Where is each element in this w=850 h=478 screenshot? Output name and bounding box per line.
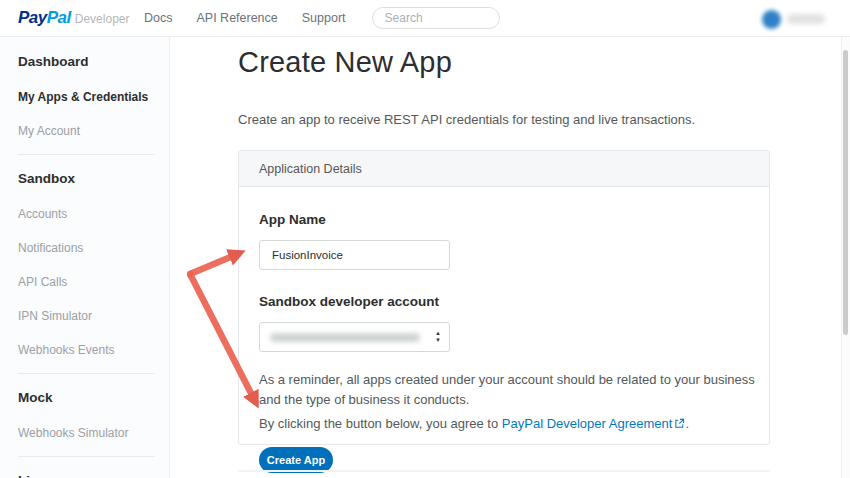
scrollbar-thumb[interactable]	[843, 50, 848, 335]
account-name-redacted	[787, 14, 825, 24]
paypal-developer-logo[interactable]: Pay Pal Developer	[18, 8, 130, 28]
agreement-suffix: .	[685, 416, 689, 431]
sidebar-item-notifications[interactable]: Notifications	[18, 237, 169, 260]
sidebar-item-ipn-simulator[interactable]: IPN Simulator	[18, 305, 169, 328]
sidebar-item-api-calls[interactable]: API Calls	[18, 271, 169, 294]
nav-docs[interactable]: Docs	[144, 11, 172, 25]
app-name-label: App Name	[259, 212, 749, 227]
content-divider	[238, 470, 770, 472]
sidebar-divider	[18, 154, 155, 155]
sidebar-item-my-apps-credentials[interactable]: My Apps & Credentials	[18, 86, 169, 109]
sidebar-divider	[18, 373, 155, 374]
sidebar-section-live: Live	[18, 473, 169, 478]
sidebar-item-accounts[interactable]: Accounts	[18, 203, 169, 226]
sidebar-item-my-account[interactable]: My Account	[18, 120, 169, 143]
panel-body: App Name Sandbox developer account ▲ ▼ A…	[239, 187, 769, 473]
page-title: Create New App	[238, 46, 452, 79]
sidebar-section-sandbox: Sandbox	[18, 171, 169, 186]
page-intro: Create an app to receive REST API creden…	[238, 112, 695, 127]
logo-developer-label: Developer	[75, 12, 130, 26]
sidebar-section-mock: Mock	[18, 390, 169, 405]
top-navbar: Pay Pal Developer Docs API Reference Sup…	[0, 0, 850, 37]
logo-pay: Pay	[18, 8, 47, 28]
select-spinner-icon: ▲ ▼	[435, 330, 441, 344]
agreement-text: By clicking the button below, you agree …	[259, 416, 749, 432]
reminder-text: As a reminder, all apps created under yo…	[259, 370, 764, 410]
selected-account-redacted	[270, 333, 420, 342]
sandbox-account-label: Sandbox developer account	[259, 294, 749, 309]
application-details-panel: Application Details App Name Sandbox dev…	[238, 150, 770, 445]
nav-api-reference[interactable]: API Reference	[196, 11, 277, 25]
external-link-icon	[674, 417, 685, 432]
sandbox-account-select[interactable]: ▲ ▼	[259, 322, 450, 352]
sidebar-divider	[18, 456, 155, 457]
avatar[interactable]	[762, 10, 781, 29]
search-input[interactable]	[372, 7, 500, 29]
agreement-prefix: By clicking the button below, you agree …	[259, 416, 502, 431]
sidebar: Dashboard My Apps & Credentials My Accou…	[0, 37, 170, 478]
sidebar-item-webhooks-simulator[interactable]: Webhooks Simulator	[18, 422, 169, 445]
nav-support[interactable]: Support	[302, 11, 346, 25]
app-name-input[interactable]	[259, 240, 450, 270]
logo-pal: Pal	[47, 8, 71, 28]
panel-header: Application Details	[239, 151, 769, 187]
developer-agreement-link[interactable]: PayPal Developer Agreement	[502, 416, 673, 431]
paypal-developer-page: Pay Pal Developer Docs API Reference Sup…	[0, 0, 850, 478]
sidebar-item-webhooks-events[interactable]: Webhooks Events	[18, 339, 169, 362]
sidebar-section-dashboard: Dashboard	[18, 54, 169, 69]
account-menu[interactable]	[762, 6, 838, 32]
main-nav: Docs API Reference Support	[144, 11, 346, 25]
